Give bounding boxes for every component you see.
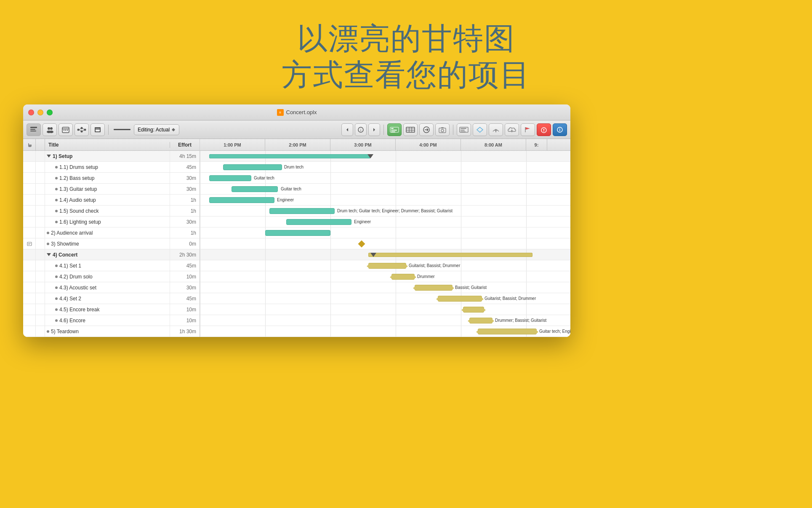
gantt-row: Engineer xyxy=(200,195,570,206)
row-delete-button[interactable] xyxy=(36,304,45,315)
svg-rect-9 xyxy=(64,130,64,131)
row-drag-handle[interactable] xyxy=(23,195,36,205)
row-delete-button[interactable] xyxy=(36,326,45,337)
bar-right-tab xyxy=(452,286,454,290)
calendar-view-button[interactable] xyxy=(59,123,73,136)
row-drag-handle[interactable] xyxy=(23,151,36,161)
row-drag-handle[interactable] xyxy=(23,217,36,227)
gantt-bar-label: Guitarist; Bassist; Drummer xyxy=(485,296,536,301)
row-delete-button[interactable] xyxy=(36,184,45,194)
publish-button[interactable] xyxy=(489,123,503,136)
row-title-text: 4.6) Encore xyxy=(59,318,85,324)
maximize-button[interactable] xyxy=(47,110,53,115)
grid-line xyxy=(526,271,527,282)
resources-button[interactable] xyxy=(457,123,471,136)
row-drag-handle[interactable] xyxy=(23,326,36,337)
row-delete-button[interactable] xyxy=(36,282,45,293)
diamond-icon xyxy=(476,126,484,133)
row-effort: 10m xyxy=(170,274,200,280)
drag-column-header xyxy=(23,139,36,150)
row-drag-handle[interactable] xyxy=(23,206,36,216)
bullet-icon xyxy=(55,308,58,311)
cloud-button[interactable] xyxy=(505,123,519,136)
row-delete-button[interactable] xyxy=(36,195,45,205)
editing-selector[interactable]: Editing: Actual xyxy=(134,124,179,135)
row-title-text: 4) Concert xyxy=(53,252,77,258)
outline-view-button[interactable] xyxy=(27,123,41,136)
grid-line xyxy=(200,195,200,205)
grid-line xyxy=(526,151,527,161)
camera-button[interactable] xyxy=(435,123,450,136)
row-title: 4.2) Drum solo xyxy=(45,271,170,282)
separator3 xyxy=(453,125,453,135)
bar-left-tab xyxy=(390,275,392,279)
row-delete-button[interactable] xyxy=(36,238,45,249)
table-view-button[interactable] xyxy=(403,123,418,136)
gantt-group-bar-yellow xyxy=(368,253,532,257)
task-panel: Title Effort 1) Setup4h 15m1.1) Drums se… xyxy=(23,139,200,337)
people-view-button[interactable] xyxy=(43,123,57,136)
gantt-row: Guitarist; Bassist; Drummer xyxy=(200,293,570,304)
diamond-button[interactable] xyxy=(473,123,487,136)
svg-marker-24 xyxy=(172,130,175,131)
task-row: 4) Concert2h 30m xyxy=(23,249,200,260)
row-drag-handle[interactable] xyxy=(23,293,36,304)
row-delete-button[interactable] xyxy=(36,151,45,161)
row-drag-handle[interactable] xyxy=(23,184,36,194)
alert-icon xyxy=(540,126,548,133)
row-delete-button[interactable] xyxy=(36,249,45,260)
row-delete-button[interactable] xyxy=(36,227,45,238)
row-drag-handle[interactable] xyxy=(23,260,36,271)
row-delete-button[interactable] xyxy=(36,206,45,216)
row-effort: 10m xyxy=(170,307,200,313)
svg-text:i: i xyxy=(360,128,361,132)
row-drag-handle[interactable] xyxy=(23,315,36,326)
table-icon xyxy=(406,127,415,133)
bullet-icon xyxy=(55,166,58,168)
grid-line xyxy=(461,326,461,337)
row-drag-handle[interactable] xyxy=(23,173,36,183)
grid-line xyxy=(396,195,396,205)
expand-icon[interactable] xyxy=(47,155,51,158)
grid-line xyxy=(200,151,200,161)
row-delete-button[interactable] xyxy=(36,293,45,304)
alert-button[interactable] xyxy=(537,123,551,136)
expand-icon[interactable] xyxy=(47,253,51,256)
info-button[interactable]: i xyxy=(355,123,367,136)
grid-line xyxy=(200,260,200,271)
row-drag-handle[interactable] xyxy=(23,238,36,249)
minimize-button[interactable] xyxy=(37,110,43,115)
details-button[interactable]: i xyxy=(553,123,567,136)
row-delete-button[interactable] xyxy=(36,315,45,326)
gantt-bar-teal xyxy=(209,175,251,181)
row-delete-button[interactable] xyxy=(36,173,45,183)
row-drag-handle[interactable] xyxy=(23,271,36,282)
row-delete-button[interactable] xyxy=(36,217,45,227)
gantt-view-button[interactable] xyxy=(387,123,402,136)
close-button[interactable] xyxy=(28,110,34,115)
nav-prev-button[interactable] xyxy=(341,123,353,136)
nav-next-button[interactable] xyxy=(368,123,380,136)
row-drag-handle[interactable] xyxy=(23,282,36,293)
row-drag-handle[interactable] xyxy=(23,249,36,260)
outline-icon xyxy=(30,126,37,133)
row-delete-button[interactable] xyxy=(36,271,45,282)
svg-point-15 xyxy=(84,128,86,131)
row-drag-handle[interactable] xyxy=(23,304,36,315)
row-delete-button[interactable] xyxy=(36,162,45,172)
grid-line xyxy=(265,282,266,293)
network-view-button[interactable] xyxy=(75,123,89,136)
row-title-text: 1.6) Lighting setup xyxy=(59,219,101,225)
share-button[interactable] xyxy=(419,123,434,136)
flag-button[interactable] xyxy=(521,123,535,136)
theme-button[interactable] xyxy=(91,123,105,136)
bullet-icon xyxy=(55,199,58,201)
task-row: 4.3) Acoustic set30m xyxy=(23,282,200,293)
row-delete-button[interactable] xyxy=(36,260,45,271)
grid-line xyxy=(396,184,396,194)
task-row: 4.1) Set 145m xyxy=(23,260,200,271)
row-drag-handle[interactable] xyxy=(23,162,36,172)
row-drag-handle[interactable] xyxy=(23,227,36,238)
svg-rect-58 xyxy=(27,242,32,246)
grid-line xyxy=(200,304,200,315)
